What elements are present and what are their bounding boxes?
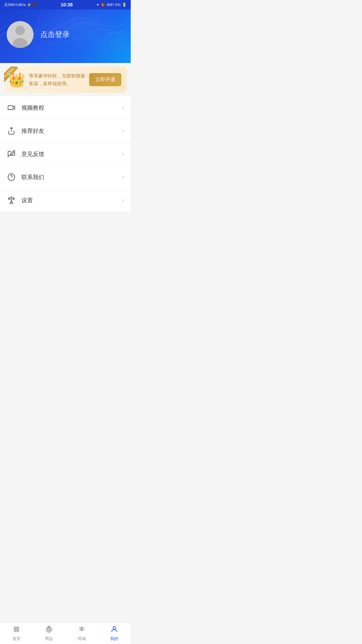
avatar[interactable]: [7, 21, 34, 48]
settings-icon: [7, 196, 16, 205]
status-right: ✦ 🔕 WiFi 5% 🔋: [96, 3, 127, 7]
svg-point-2: [111, 41, 131, 59]
bluetooth-icon: ✦: [96, 3, 99, 7]
svg-line-12: [13, 199, 14, 200]
menu-item-video[interactable]: 视频教程 ›: [0, 96, 131, 119]
menu-arrow-settings: ›: [122, 197, 124, 203]
video-icon: [7, 103, 16, 112]
sim-icon: ⬛: [33, 3, 37, 7]
menu-arrow-recommend: ›: [122, 128, 124, 134]
svg-line-13: [9, 199, 10, 200]
menu-item-feedback[interactable]: 意见反馈 ›: [0, 143, 131, 166]
status-bar: 无SIM 0.6K/s ⚡ ⬛ 10:38 ✦ 🔕 WiFi 5% 🔋: [0, 0, 131, 9]
profile-banner[interactable]: 点击登录: [0, 9, 131, 63]
login-prompt[interactable]: 点击登录: [40, 30, 70, 40]
menu-item-contact[interactable]: 联系我们 ›: [0, 166, 131, 189]
svg-rect-6: [8, 106, 13, 110]
svg-point-8: [8, 174, 15, 180]
status-left: 无SIM 0.6K/s ⚡ ⬛: [4, 2, 37, 7]
vip-banner: 专属福利 👑 尊享豪华特权，无限制搜索客源，多终端使用。 立即开通: [4, 66, 127, 93]
menu-label-recommend: 推荐好友: [21, 127, 122, 135]
avatar-image: [7, 21, 34, 48]
svg-point-0: [93, 32, 121, 54]
menu-item-settings[interactable]: 设置 ›: [0, 189, 131, 212]
carrier-label: 无SIM: [4, 2, 14, 7]
network-speed: 0.6K/s: [15, 3, 26, 7]
menu-item-recommend[interactable]: 推荐好友 ›: [0, 119, 131, 143]
menu-label-contact: 联系我们: [21, 173, 122, 181]
menu-arrow-feedback: ›: [122, 151, 124, 157]
svg-point-1: [102, 29, 126, 44]
mute-icon: 🔕: [101, 3, 105, 7]
feedback-icon: [7, 149, 16, 159]
svg-marker-10: [10, 200, 13, 204]
usb-icon: ⚡: [27, 3, 32, 7]
menu-label-settings: 设置: [21, 197, 122, 204]
contact-icon: [7, 172, 16, 182]
svg-point-4: [15, 26, 25, 35]
menu-arrow-video: ›: [122, 105, 124, 111]
crown-icon: 👑: [8, 72, 25, 88]
vip-activate-button[interactable]: 立即开通: [89, 73, 121, 86]
vip-description: 尊享豪华特权，无限制搜索客源，多终端使用。: [29, 72, 85, 87]
wifi-icon: WiFi: [107, 3, 114, 7]
status-time: 10:38: [61, 2, 73, 7]
menu-list: 视频教程 › 推荐好友 › 意见反馈: [0, 96, 131, 212]
menu-label-video: 视频教程: [21, 104, 122, 112]
menu-arrow-contact: ›: [122, 174, 124, 180]
battery-icon: 🔋: [122, 3, 127, 7]
recommend-icon: [7, 126, 16, 136]
menu-label-feedback: 意见反馈: [21, 150, 122, 158]
battery-percent: 5%: [115, 3, 121, 7]
